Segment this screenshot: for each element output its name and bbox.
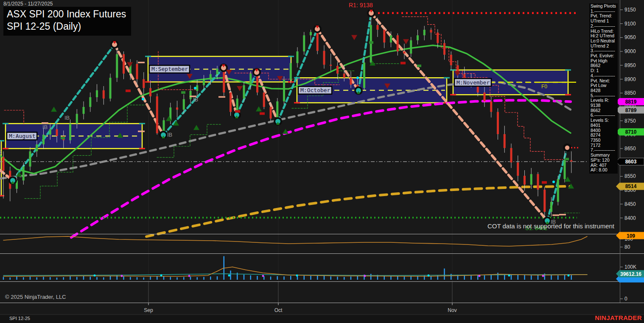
svg-text:8710: 8710	[625, 129, 637, 135]
svg-text:IB: IB	[42, 124, 48, 130]
chart-canvas[interactable]: R1: 9138S1: 8401F0IBIBIBIBIBIBM:AugustM:…	[0, 0, 644, 323]
svg-text:M:October: M:October	[300, 87, 330, 93]
svg-text:IB: IB	[64, 115, 70, 121]
chart-title: ASX SPI 200 Index Futures SPI 12-25 (Dai…	[3, 7, 131, 36]
instrument-tab[interactable]: SPI 12-25	[9, 316, 30, 321]
svg-text:Oct: Oct	[274, 307, 283, 313]
svg-text:8950: 8950	[624, 62, 636, 68]
cot-message: COT data is not supported for this instr…	[487, 222, 614, 230]
chart-title-line1: ASX SPI 200 Index Futures	[7, 8, 126, 20]
svg-text:8850: 8850	[624, 90, 636, 96]
svg-text:100K: 100K	[624, 264, 636, 270]
svg-text:8450: 8450	[624, 201, 636, 207]
svg-text:M:November: M:November	[456, 79, 490, 86]
svg-text:8750: 8750	[624, 118, 636, 124]
svg-text:39612.16: 39612.16	[620, 271, 641, 277]
svg-text:IB: IB	[167, 132, 172, 138]
svg-text:Nov: Nov	[448, 307, 456, 313]
ninjatrader-chart-window: R1: 9138S1: 8401F0IBIBIBIBIBIBM:AugustM:…	[0, 0, 644, 323]
svg-text:R1: 9138: R1: 9138	[349, 2, 373, 8]
svg-text:8650: 8650	[624, 146, 636, 152]
svg-text:F0: F0	[541, 84, 547, 90]
svg-text:8603: 8603	[625, 159, 637, 165]
svg-text:8550: 8550	[624, 173, 636, 179]
svg-text:M:August: M:August	[9, 133, 36, 139]
svg-text:IB: IB	[193, 96, 198, 103]
swing-pivots-panel: Swing Pivots1.--------------Pvt. Trend:U…	[589, 3, 618, 174]
svg-text:IB: IB	[0, 149, 2, 156]
svg-text:109: 109	[627, 233, 635, 239]
svg-text:9150: 9150	[624, 7, 636, 13]
svg-text:8819: 8819	[625, 99, 637, 105]
svg-text:0: 0	[624, 296, 627, 302]
svg-text:9100: 9100	[624, 21, 636, 27]
svg-text:8789: 8789	[625, 107, 637, 113]
svg-text:8900: 8900	[624, 76, 636, 82]
copyright: © 2025 NinjaTrader, LLC	[5, 294, 66, 300]
date-range: 8/1/2025 - 11/27/2025	[3, 1, 53, 7]
svg-text:M:September: M:September	[151, 66, 188, 72]
svg-text:8400: 8400	[624, 215, 636, 221]
svg-text:9000: 9000	[624, 48, 636, 54]
chart-title-line2: SPI 12-25 (Daily)	[7, 20, 126, 33]
svg-text:Sep: Sep	[144, 307, 153, 313]
svg-text:9050: 9050	[624, 34, 636, 40]
svg-text:80: 80	[624, 244, 630, 250]
svg-text:8514: 8514	[625, 183, 637, 189]
ninjatrader-logo: NINJATRADER	[595, 314, 642, 321]
